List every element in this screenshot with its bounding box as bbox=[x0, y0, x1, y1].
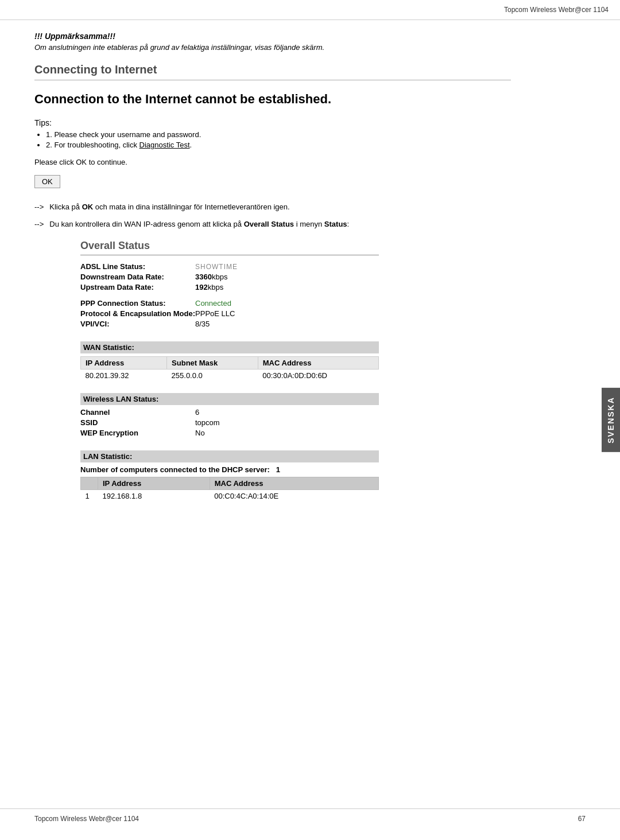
lan-num-header bbox=[81, 477, 98, 490]
instruction-2: --> Du kan kontrollera din WAN IP-adress… bbox=[34, 220, 511, 228]
vpi-value: 8/35 bbox=[195, 320, 210, 328]
wan-col3-header: MAC Address bbox=[258, 357, 378, 370]
ppp-label: PPP Connection Status: bbox=[80, 299, 195, 308]
wan-data-row: 80.201.39.32 255.0.0.0 00:30:0A:0D:D0:6D bbox=[81, 370, 379, 382]
ok-button[interactable]: OK bbox=[34, 175, 60, 188]
adsl-row: ADSL Line Status: SHOWTIME bbox=[80, 262, 379, 271]
upstream-value: 192kbps bbox=[195, 283, 223, 291]
protocol-row: Protocol & Encapsulation Mode: PPPoE LLC bbox=[80, 309, 379, 318]
status-divider-inner bbox=[80, 255, 379, 255]
spacer4 bbox=[80, 439, 379, 445]
tip2: 2. For troubleshooting, click Diagnostic… bbox=[46, 141, 511, 149]
diagnostic-test-link[interactable]: Diagnostic Test bbox=[140, 141, 190, 149]
warning-section: !!! Uppmärksamma!!! Om anslutningen inte… bbox=[34, 32, 511, 52]
upstream-bold: 192 bbox=[195, 283, 208, 291]
wan-mac: 00:30:0A:0D:D0:6D bbox=[258, 370, 378, 382]
lan-table: IP Address MAC Address 1 192.168.1.8 00:… bbox=[80, 477, 379, 502]
wan-col1-header: IP Address bbox=[81, 357, 167, 370]
tips-section: Tips: 1. Please check your username and … bbox=[34, 118, 511, 149]
please-click-text: Please click OK to continue. bbox=[34, 158, 511, 166]
arrow-1: --> bbox=[34, 203, 44, 211]
downstream-suffix: kbps bbox=[212, 273, 227, 281]
adsl-label: ADSL Line Status: bbox=[80, 262, 195, 271]
warning-text: Om anslutningen inte etableras på grund … bbox=[34, 43, 511, 52]
wireless-section-header: Wireless LAN Status: bbox=[80, 393, 379, 405]
tips-title: Tips: bbox=[34, 118, 511, 127]
instruction-1: --> Klicka på OK och mata in dina instäl… bbox=[34, 203, 511, 211]
wan-col2-header: Subnet Mask bbox=[167, 357, 258, 370]
connection-error: Connection to the Internet cannot be est… bbox=[34, 92, 511, 107]
ppp-value: Connected bbox=[195, 299, 231, 308]
instruction-1-text: Klicka på OK och mata in dina inställnin… bbox=[49, 203, 289, 211]
wan-subnet: 255.0.0.0 bbox=[167, 370, 258, 382]
wan-table: IP Address Subnet Mask MAC Address 80.20… bbox=[80, 356, 379, 382]
wep-label: WEP Encryption bbox=[80, 429, 195, 437]
dhcp-label: Number of computers connected to the DHC… bbox=[80, 465, 270, 474]
connecting-title: Connecting to Internet bbox=[34, 63, 511, 76]
wan-statistic-section: WAN Statistic: IP Address Subnet Mask MA… bbox=[80, 341, 379, 382]
tip2-suffix: . bbox=[190, 141, 192, 149]
overall-status-container: Overall Status ADSL Line Status: SHOWTIM… bbox=[80, 240, 379, 502]
dhcp-row: Number of computers connected to the DHC… bbox=[80, 465, 379, 474]
content-area: !!! Uppmärksamma!!! Om anslutningen inte… bbox=[0, 20, 545, 536]
warning-title: !!! Uppmärksamma!!! bbox=[34, 32, 511, 41]
spacer3 bbox=[80, 382, 379, 387]
wireless-section: Wireless LAN Status: Channel 6 SSID topc… bbox=[80, 393, 379, 437]
wep-row: WEP Encryption No bbox=[80, 429, 379, 437]
connecting-section: Connecting to Internet Connection to the… bbox=[34, 63, 511, 203]
lan-col1-header: IP Address bbox=[98, 477, 210, 490]
ssid-label: SSID bbox=[80, 418, 195, 427]
dhcp-count: 1 bbox=[276, 465, 280, 474]
section-divider bbox=[34, 80, 511, 80]
page-header: Topcom Wireless Webr@cer 1104 bbox=[0, 0, 620, 20]
lan-data-row: 1 192.168.1.8 00:C0:4C:A0:14:0E bbox=[81, 490, 379, 503]
instruction-2-text: Du kan kontrollera din WAN IP-adress gen… bbox=[49, 220, 349, 228]
vpi-row: VPI/VCI: 8/35 bbox=[80, 320, 379, 328]
tip2-prefix: 2. For troubleshooting, click bbox=[46, 141, 140, 149]
protocol-value: PPPoE LLC bbox=[195, 309, 235, 318]
page-footer: Topcom Wireless Webr@cer 1104 67 bbox=[0, 808, 620, 829]
side-tab: SVENSKA bbox=[602, 388, 620, 452]
footer-right: 67 bbox=[578, 815, 586, 823]
channel-value: 6 bbox=[195, 408, 199, 417]
vpi-label: VPI/VCI: bbox=[80, 320, 195, 328]
wan-section-header: WAN Statistic: bbox=[80, 341, 379, 353]
ok-bold: OK bbox=[82, 203, 94, 211]
lan-col2-header: MAC Address bbox=[210, 477, 378, 490]
lan-section: LAN Statistic: Number of computers conne… bbox=[80, 450, 379, 502]
status-bold: Status bbox=[324, 220, 347, 228]
lan-row-num: 1 bbox=[81, 490, 98, 503]
lan-row-mac: 00:C0:4C:A0:14:0E bbox=[210, 490, 378, 503]
brand-label: Topcom Wireless Webr@cer 1104 bbox=[504, 6, 609, 14]
wan-table-header-row: IP Address Subnet Mask MAC Address bbox=[81, 357, 379, 370]
ssid-row: SSID topcom bbox=[80, 418, 379, 427]
wep-value: No bbox=[195, 429, 205, 437]
adsl-value: SHOWTIME bbox=[195, 263, 238, 271]
downstream-bold: 3360 bbox=[195, 273, 212, 281]
lan-row-ip: 192.168.1.8 bbox=[98, 490, 210, 503]
downstream-label: Downstream Data Rate: bbox=[80, 273, 195, 281]
channel-label: Channel bbox=[80, 408, 195, 417]
tip1: 1. Please check your username and passwo… bbox=[46, 130, 511, 139]
channel-row: Channel 6 bbox=[80, 408, 379, 417]
spacer1 bbox=[80, 293, 379, 299]
downstream-row: Downstream Data Rate: 3360kbps bbox=[80, 273, 379, 281]
ppp-row: PPP Connection Status: Connected bbox=[80, 299, 379, 308]
overall-status-bold: Overall Status bbox=[244, 220, 294, 228]
lan-header-row: IP Address MAC Address bbox=[81, 477, 379, 490]
wan-ip: 80.201.39.32 bbox=[81, 370, 167, 382]
upstream-row: Upstream Data Rate: 192kbps bbox=[80, 283, 379, 291]
tips-list: 1. Please check your username and passwo… bbox=[46, 130, 511, 149]
arrow-2: --> bbox=[34, 220, 44, 228]
downstream-value: 3360kbps bbox=[195, 273, 227, 281]
upstream-suffix: kbps bbox=[208, 283, 223, 291]
protocol-label: Protocol & Encapsulation Mode: bbox=[80, 309, 195, 318]
overall-status-title: Overall Status bbox=[80, 240, 379, 252]
upstream-label: Upstream Data Rate: bbox=[80, 283, 195, 291]
ssid-value: topcom bbox=[195, 418, 220, 427]
lan-section-header: LAN Statistic: bbox=[80, 450, 379, 462]
footer-left: Topcom Wireless Webr@cer 1104 bbox=[34, 815, 139, 823]
spacer2 bbox=[80, 330, 379, 336]
